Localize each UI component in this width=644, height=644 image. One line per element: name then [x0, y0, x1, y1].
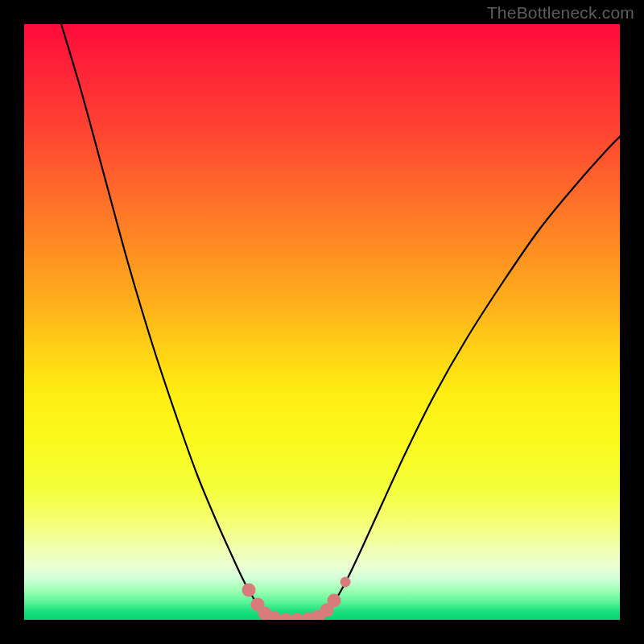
valley-dot [242, 584, 256, 597]
valley-dot [328, 594, 341, 608]
plot-area [24, 24, 620, 620]
curve-layer [24, 24, 620, 620]
valley-dot [341, 577, 351, 588]
chart-frame: TheBottleneck.com [0, 0, 644, 644]
valley-markers [242, 577, 351, 621]
watermark-text: TheBottleneck.com [487, 3, 634, 23]
bottleneck-curve [56, 24, 620, 620]
